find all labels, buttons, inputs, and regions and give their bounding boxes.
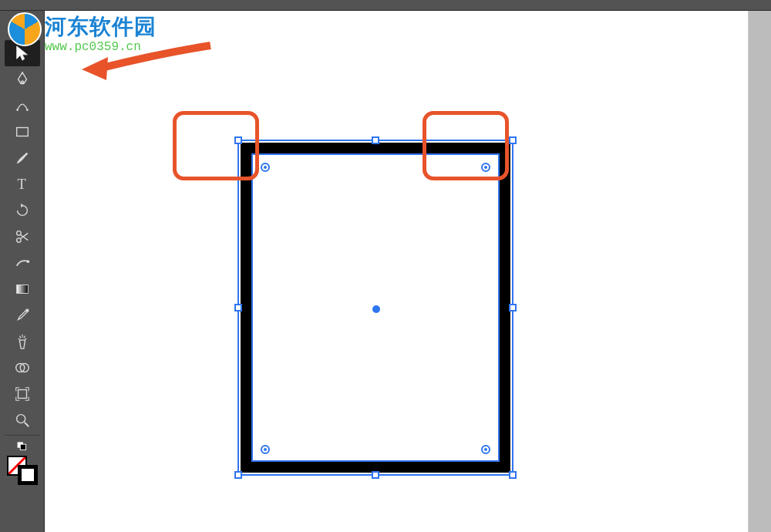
stroke-swatch[interactable] [18,465,38,485]
canvas[interactable] [45,11,748,532]
toolbox-separator [5,435,40,436]
artboard-tool[interactable] [5,381,40,407]
corner-widget-se[interactable] [481,445,490,454]
rectangle-tool[interactable] [5,119,40,145]
selection-center-point[interactable] [372,305,380,313]
spray-icon [14,333,31,350]
width-icon [14,254,31,271]
annotation-arrow [60,26,237,88]
selection-handle-w[interactable] [234,304,242,311]
svg-rect-7 [16,285,28,294]
svg-rect-8 [25,309,29,312]
pen-icon [14,71,31,88]
scissors-icon [14,228,31,245]
scrollbar-thumb[interactable] [749,11,771,532]
direct-selection-arrow-icon [14,45,31,62]
selection-handle-se[interactable] [509,471,517,479]
scissors-tool[interactable] [5,224,40,250]
selection-tool[interactable] [5,14,40,40]
symbol-sprayer-tool[interactable] [5,328,40,355]
gradient-icon [14,281,31,298]
overflow-icon [14,437,31,454]
svg-rect-11 [18,390,26,399]
pen-tool[interactable] [5,66,40,93]
svg-point-12 [16,415,25,423]
selection-handle-nw[interactable] [234,136,242,144]
rectangle-icon [14,123,31,140]
width-tool[interactable] [5,250,40,276]
svg-rect-2 [16,128,28,136]
shape-builder-icon [14,359,31,376]
eyedropper-tool[interactable] [5,302,40,328]
corner-widget-sw[interactable] [261,445,270,454]
rotate-tool[interactable] [5,197,40,224]
svg-point-0 [16,109,19,111]
selection-handle-ne[interactable] [509,136,517,144]
curvature-tool[interactable] [5,93,40,119]
direct-selection-tool[interactable] [5,40,40,66]
app-title-bar [0,0,771,11]
artboard-icon [14,386,31,402]
selection-arrow-icon [14,19,31,35]
shape-builder-tool[interactable] [5,355,40,381]
svg-point-1 [26,109,29,111]
corner-widget-ne[interactable] [481,163,490,172]
selection-handle-n[interactable] [372,136,379,144]
curvature-pen-icon [14,97,31,114]
rotate-icon [14,202,31,219]
paintbrush-tool[interactable] [5,145,40,171]
fill-stroke-swatches[interactable] [5,456,39,487]
vertical-scrollbar[interactable] [748,11,771,532]
toolbox-panel: T [0,11,45,532]
selection-handle-sw[interactable] [234,471,242,479]
selection-handle-s[interactable] [372,471,379,479]
svg-rect-14 [20,444,25,450]
eyedropper-icon [14,307,31,324]
brush-icon [14,150,31,167]
gradient-tool[interactable] [5,276,40,302]
corner-widget-nw[interactable] [261,163,270,172]
type-tool[interactable]: T [5,171,40,197]
type-icon: T [14,176,31,193]
zoom-tool[interactable] [5,407,40,433]
svg-text:T: T [17,177,25,192]
edit-toolbar-button[interactable] [5,437,40,454]
magnifier-icon [14,412,31,429]
svg-point-6 [26,260,29,263]
selection-handle-e[interactable] [509,304,517,311]
